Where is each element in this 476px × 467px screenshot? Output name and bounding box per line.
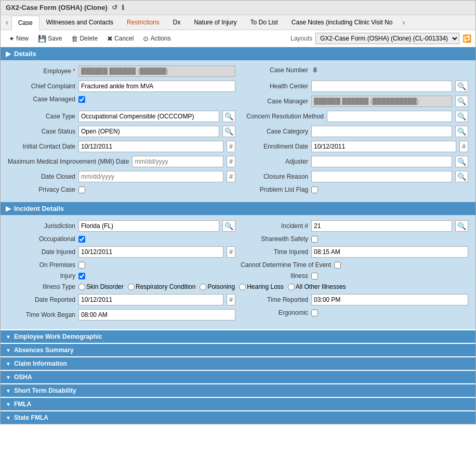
layouts-action-icon[interactable]: 🔁: [462, 34, 471, 43]
case-type-search[interactable]: 🔍: [222, 111, 235, 122]
actions-button[interactable]: ⊙ Actions: [139, 33, 175, 44]
date-closed-cal[interactable]: #: [227, 171, 235, 182]
fmla-label: FMLA: [14, 401, 31, 408]
short-term-disability-section[interactable]: ▼ Short Term Disability: [1, 384, 475, 397]
tab-case[interactable]: Case: [11, 16, 39, 30]
tab-nature-injury[interactable]: Nature of Injury: [187, 15, 243, 30]
new-button[interactable]: ✦ New: [5, 33, 33, 44]
closure-reason-search[interactable]: 🔍: [455, 171, 468, 182]
on-premises-checkbox[interactable]: [78, 262, 85, 269]
date-reported-cal[interactable]: #: [227, 294, 235, 305]
radio-poisoning-input[interactable]: [200, 284, 206, 290]
radio-respiratory-input[interactable]: [128, 284, 135, 290]
incident-num-input[interactable]: [311, 220, 452, 232]
jurisdiction-search[interactable]: 🔍: [222, 220, 235, 232]
tab-prev-arrow[interactable]: ‹: [3, 16, 11, 29]
case-type-input[interactable]: [78, 111, 219, 122]
case-managed-checkbox[interactable]: [78, 96, 85, 103]
save-button[interactable]: 💾 Save: [34, 33, 66, 44]
date-closed-field: Date Closed #: [8, 171, 235, 182]
adjuster-input[interactable]: [311, 156, 452, 167]
time-reported-input[interactable]: [311, 294, 468, 305]
radio-all-other: All Other Illnesses: [288, 283, 346, 290]
date-closed-input[interactable]: [78, 171, 223, 182]
mmi-row: Maximum Medical Improvement (MMI) Date #…: [8, 156, 468, 167]
concern-resolution-search[interactable]: 🔍: [455, 111, 468, 122]
state-fmla-section[interactable]: ▼ State FMLA: [1, 411, 475, 424]
injury-checkbox[interactable]: [78, 273, 85, 279]
date-injured-input[interactable]: [78, 246, 223, 258]
case-status-search[interactable]: 🔍: [222, 126, 235, 137]
ergonomic-checkbox[interactable]: [311, 310, 318, 316]
initial-contact-input[interactable]: [78, 141, 223, 152]
cannot-determine-checkbox[interactable]: [334, 262, 341, 269]
layouts-select[interactable]: GX2-Case Form (OSHA) (Clone) (CL-001334): [315, 33, 459, 44]
cancel-icon: ✖: [107, 35, 113, 43]
closure-reason-input[interactable]: [311, 171, 452, 182]
tab-witnesses[interactable]: Witnesses and Contacts: [39, 15, 120, 30]
absences-summary-section[interactable]: ▼ Absences Summary: [1, 344, 475, 356]
case-manager-search[interactable]: 🔍: [455, 96, 468, 107]
occupational-checkbox[interactable]: [78, 236, 85, 243]
case-manager-input[interactable]: [311, 96, 452, 107]
title-bar: GX2-Case Form (OSHA) (Clone) ↺ ℹ: [1, 1, 475, 15]
case-status-input[interactable]: [78, 126, 219, 137]
employee-work-demographic-section[interactable]: ▼ Employee Work Demographic: [1, 330, 475, 343]
fmla-section[interactable]: ▼ FMLA: [1, 398, 475, 410]
health-center-input[interactable]: [311, 81, 452, 92]
enrollment-date-input[interactable]: [311, 141, 456, 152]
illness-checkbox[interactable]: [311, 273, 318, 279]
date-reported-field: Date Reported #: [8, 294, 235, 305]
osha-section[interactable]: ▼ OSHA: [1, 371, 475, 383]
info-icon[interactable]: ℹ: [122, 4, 124, 11]
mmi-field: Maximum Medical Improvement (MMI) Date #: [8, 156, 235, 167]
incident-num-search[interactable]: 🔍: [455, 220, 468, 232]
concern-resolution-input[interactable]: [327, 111, 452, 122]
initial-contact-cal[interactable]: #: [227, 141, 235, 152]
tab-todo[interactable]: To Do List: [244, 15, 285, 30]
claim-information-section[interactable]: ▼ Claim Information: [1, 357, 475, 370]
health-center-search[interactable]: 🔍: [455, 81, 468, 92]
adjuster-search[interactable]: 🔍: [455, 156, 468, 167]
radio-hearing-loss: Hearing Loss: [239, 283, 284, 290]
tab-dx[interactable]: Dx: [166, 15, 188, 30]
chevron-down-icon-7: ▼: [6, 415, 11, 421]
chevron-down-icon-3: ▼: [6, 361, 11, 367]
delete-button[interactable]: 🗑 Delete: [67, 33, 102, 44]
case-category-search[interactable]: 🔍: [455, 126, 468, 137]
case-manager-field: Case Manager 🔍: [241, 96, 468, 107]
mmi-cal[interactable]: #: [227, 156, 235, 167]
tab-casenotes[interactable]: Case Notes (including Clinic Visit No: [285, 15, 400, 30]
employee-label: Employee: [8, 68, 75, 75]
time-injured-input[interactable]: [311, 246, 468, 258]
chief-complaint-input[interactable]: [78, 81, 235, 92]
initial-contact-row: Initial Contact Date # Enrollment Date #: [8, 141, 468, 152]
mmi-input[interactable]: [132, 156, 223, 167]
time-work-began-label: Time Work Began: [8, 311, 75, 318]
privacy-case-checkbox[interactable]: [78, 186, 85, 193]
incident-header[interactable]: ▶ Incident Details: [1, 202, 475, 215]
date-injured-cal[interactable]: #: [227, 246, 235, 258]
radio-skin-disorder-input[interactable]: [78, 284, 85, 290]
enrollment-date-cal[interactable]: #: [459, 141, 468, 152]
case-category-input[interactable]: [311, 126, 452, 137]
injury-field: Injury: [8, 272, 235, 279]
occupational-field: Occupational: [8, 235, 235, 243]
tab-next-arrow[interactable]: ›: [399, 16, 408, 29]
radio-hearing-loss-input[interactable]: [239, 284, 246, 290]
details-header[interactable]: ▶ Details: [1, 47, 475, 60]
date-reported-row: Date Reported # Time Reported: [8, 294, 468, 305]
cancel-button[interactable]: ✖ Cancel: [103, 33, 138, 44]
problem-list-checkbox[interactable]: [311, 186, 318, 193]
case-status-row: Case Status 🔍 Case Category 🔍: [8, 126, 468, 137]
time-work-began-input[interactable]: [78, 309, 235, 321]
radio-hearing-loss-label: Hearing Loss: [247, 283, 284, 290]
undo-icon[interactable]: ↺: [112, 4, 117, 11]
chevron-down-icon-5: ▼: [6, 388, 11, 394]
tab-restrictions[interactable]: Restrictions: [120, 15, 166, 30]
radio-all-other-input[interactable]: [288, 284, 295, 290]
employee-input[interactable]: [78, 65, 235, 77]
date-reported-input[interactable]: [78, 294, 223, 305]
jurisdiction-input[interactable]: [78, 220, 219, 232]
sharewith-checkbox[interactable]: [311, 236, 318, 243]
